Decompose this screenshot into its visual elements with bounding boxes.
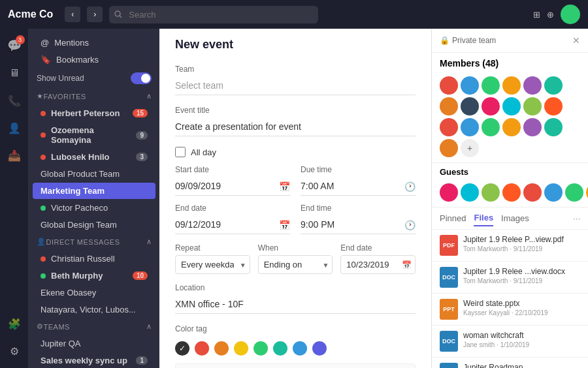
nav-back-button[interactable]: ‹ <box>65 7 80 22</box>
guest-avatar <box>502 183 521 202</box>
favorites-label: FAVORITES <box>44 93 86 100</box>
guest-avatar <box>440 183 458 202</box>
icon-bar-chat[interactable]: 💬 3 <box>3 34 26 57</box>
panel-close-icon[interactable]: ✕ <box>572 35 580 46</box>
end-date-input[interactable] <box>175 215 290 234</box>
sidebar-item-victor[interactable]: Victor Pacheco <box>33 200 155 216</box>
apps-icon[interactable]: ⊞ <box>533 10 540 20</box>
color-dot-5[interactable] <box>273 341 287 356</box>
private-team-text: Private team <box>452 36 496 45</box>
show-unread-toggle[interactable] <box>131 72 152 84</box>
sidebar-item-marketing[interactable]: Marketing Team <box>33 183 155 199</box>
sidebar-item-herbert[interactable]: Herbert Peterson 15 <box>33 105 155 121</box>
sidebar-item-global-product[interactable]: Global Product Team <box>33 166 155 182</box>
icon-bar-puzzle[interactable]: 🧩 <box>3 312 26 335</box>
start-date-wrap: 📅 <box>175 177 290 196</box>
member-avatar <box>502 118 521 136</box>
lock-icon: 🔒 <box>440 36 449 45</box>
icon-bar-person[interactable]: 👤 <box>3 116 26 140</box>
member-avatar <box>440 76 458 95</box>
show-unread-row: Show Unread <box>29 69 159 88</box>
icon-bar-settings[interactable]: ⚙ <box>3 339 26 363</box>
dm-label: DIRECT MESSAGES <box>46 238 120 246</box>
badge-herbert: 15 <box>133 109 148 117</box>
sidebar-item-beth[interactable]: Beth Murphy 10 <box>33 268 155 284</box>
sidebar-item-mentions[interactable]: @ Mentions <box>33 35 155 51</box>
search-input[interactable] <box>109 6 318 23</box>
calendar-icon-start: 📅 <box>279 181 290 192</box>
nav-forward-button[interactable]: › <box>87 7 103 22</box>
sidebar-bookmarks-label: Bookmarks <box>56 55 99 65</box>
location-input[interactable] <box>175 295 416 314</box>
sidebar-item-jupiter-qa[interactable]: Jupiter QA <box>33 335 155 352</box>
tabs-more-icon[interactable]: ··· <box>573 213 580 223</box>
member-avatar <box>440 139 458 157</box>
sidebar-item-ozoemena[interactable]: Ozoemena Somayina 9 <box>33 122 155 148</box>
icon-bar-video[interactable]: 🖥 <box>3 61 26 85</box>
sidebar-item-ekene[interactable]: Ekene Obasey <box>33 284 155 301</box>
sidebar-label-lubosek: Lubosek Hnilo <box>51 152 110 162</box>
user-avatar[interactable] <box>561 5 580 24</box>
members-header: Members (48) <box>432 53 588 74</box>
modal-overlay[interactable]: New event Team Select team Event title <box>159 29 431 368</box>
member-avatar <box>482 97 500 115</box>
file-item[interactable]: DOC Jupiter Roadmap Jane smith · 1/10/20… <box>432 358 588 368</box>
show-unread-label: Show Unread <box>37 74 84 83</box>
start-date-label: Start date <box>175 165 290 174</box>
all-day-checkbox[interactable] <box>175 147 186 157</box>
icon-bar-phone[interactable]: 📞 <box>3 89 26 112</box>
sidebar-item-christian[interactable]: Christian Russell <box>33 251 155 267</box>
sidebar-item-sales-weekly[interactable]: Sales weekly sync up 1 <box>33 352 155 368</box>
color-tag-label: Color tag <box>175 324 416 333</box>
sidebar-item-bookmarks[interactable]: 🔖 Bookmarks <box>33 52 155 68</box>
color-dot-4[interactable] <box>253 341 268 356</box>
file-item[interactable]: DOC Jupiter 1.9 Relee ...view.docx Tom M… <box>432 262 588 294</box>
end-time-input[interactable] <box>301 215 416 234</box>
team-label: Team <box>175 65 416 74</box>
due-time-label: Due time <box>301 165 416 174</box>
file-type-icon: PDF <box>440 235 458 256</box>
repeat-end-date-input[interactable] <box>340 255 416 274</box>
tab-files[interactable]: Files <box>474 210 493 226</box>
sidebar: @ Mentions 🔖 Bookmarks Show Unread ★ FAV… <box>29 29 159 368</box>
favorites-section-header: ★ FAVORITES ∧ <box>29 88 159 104</box>
sidebar-item-lubosek[interactable]: Lubosek Hnilo 3 <box>33 149 155 165</box>
when-select-wrap: Ending on ▼ <box>258 255 333 274</box>
color-dot-2[interactable] <box>214 341 229 356</box>
tab-pinned[interactable]: Pinned <box>440 211 466 226</box>
sidebar-item-global-design[interactable]: Global Design Team <box>33 217 155 233</box>
guests-avatars <box>432 181 588 207</box>
event-title-input[interactable] <box>175 117 416 136</box>
favorites-collapse-icon[interactable]: ∧ <box>146 92 152 100</box>
end-date-group: End date 📅 <box>175 204 290 234</box>
sidebar-label-ekene: Ekene Obasey <box>41 288 96 298</box>
due-time-input[interactable] <box>301 177 416 196</box>
teams-collapse-icon[interactable]: ∧ <box>146 322 152 331</box>
sidebar-item-natayara[interactable]: Natayara, Victor, Lubos... <box>33 301 155 318</box>
add-icon[interactable]: ⊕ <box>547 10 554 20</box>
color-dot-0[interactable]: ✓ <box>175 341 189 356</box>
dm-section-header: 👤 DIRECT MESSAGES ∧ <box>29 234 159 250</box>
color-dot-1[interactable] <box>195 341 209 356</box>
color-dot-3[interactable] <box>234 341 248 356</box>
when-select[interactable]: Ending on <box>258 255 333 274</box>
icon-bar-inbox[interactable]: 📥 <box>3 144 26 167</box>
file-item[interactable]: DOC woman witchcraft Jane smith · 1/10/2… <box>432 326 588 358</box>
teams-icon: ⚙ <box>37 322 44 331</box>
dm-collapse-icon[interactable]: ∧ <box>146 238 152 246</box>
sidebar-mentions-label: Mentions <box>54 38 89 48</box>
file-item[interactable]: PDF Jupiter 1.9 Relee P...view.pdf Tom M… <box>432 230 588 262</box>
status-dot-lubosek <box>41 155 46 160</box>
phone-icon: 📞 <box>8 95 21 107</box>
file-item[interactable]: PPT Weird state.pptx Kaysser Kayyali · 2… <box>432 294 588 326</box>
tab-images[interactable]: Images <box>501 211 529 226</box>
team-select[interactable]: Select team <box>175 76 416 95</box>
repeat-select-wrap: Every weekday ▼ <box>175 255 250 274</box>
file-meta: Kaysser Kayyali · 22/10/2019 <box>463 309 580 316</box>
start-date-input[interactable] <box>175 177 290 196</box>
description-textarea[interactable] <box>175 363 416 368</box>
color-dot-7[interactable] <box>312 341 327 356</box>
repeat-select[interactable]: Every weekday <box>175 255 250 274</box>
favorites-icon: ★ <box>37 92 44 100</box>
color-dot-6[interactable] <box>293 341 307 356</box>
